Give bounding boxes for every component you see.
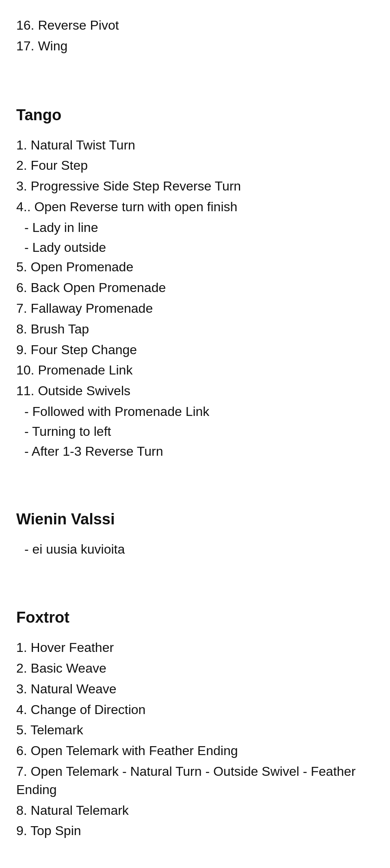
page-content: 16. Reverse Pivot 17. Wing Tango 1. Natu… — [16, 16, 374, 868]
list-sub-item: - Followed with Promenade Link — [24, 403, 374, 421]
list-sub-item: - Lady outside — [24, 238, 374, 257]
list-item: 9. Top Spin — [16, 822, 374, 840]
list-item: 4. Change of Direction — [16, 701, 374, 719]
intro-section: 16. Reverse Pivot 17. Wing — [16, 16, 374, 55]
list-item: 8. Brush Tap — [16, 320, 374, 338]
list-item: 11. Outside Swivels — [16, 382, 374, 400]
list-item: 2. Basic Weave — [16, 659, 374, 678]
list-item: 7. Open Telemark - Natural Turn - Outsid… — [16, 762, 374, 799]
list-sub-item: - ei uusia kuvioita — [24, 540, 374, 558]
list-item: 16. Reverse Pivot — [16, 16, 374, 35]
list-item: 9. Four Step Change — [16, 341, 374, 359]
wienin-valssi-header: Wienin Valssi — [16, 511, 374, 528]
list-item: 6. Open Telemark with Feather Ending — [16, 742, 374, 760]
foxtrot-section: Foxtrot 1. Hover Feather 2. Basic Weave … — [16, 609, 374, 840]
foxtrot-header: Foxtrot — [16, 609, 374, 626]
list-item: 4.. Open Reverse turn with open finish — [16, 198, 374, 216]
tango-section: Tango 1. Natural Twist Turn 2. Four Step… — [16, 106, 374, 461]
list-item: 3. Natural Weave — [16, 680, 374, 698]
list-item: 17. Wing — [16, 37, 374, 55]
list-item: 7. Fallaway Promenade — [16, 299, 374, 318]
list-sub-item: - Lady in line — [24, 219, 374, 237]
list-sub-item: - Turning to left — [24, 422, 374, 441]
list-item: 10. Promenade Link — [16, 361, 374, 379]
list-item: 1. Natural Twist Turn — [16, 136, 374, 154]
tango-header: Tango — [16, 106, 374, 124]
list-item: 2. Four Step — [16, 156, 374, 175]
list-item: 6. Back Open Promenade — [16, 279, 374, 297]
list-item: 1. Hover Feather — [16, 639, 374, 657]
list-item: 5. Open Promenade — [16, 258, 374, 276]
list-item: 3. Progressive Side Step Reverse Turn — [16, 177, 374, 195]
wienin-valssi-section: Wienin Valssi - ei uusia kuvioita — [16, 511, 374, 558]
list-sub-item: - After 1-3 Reverse Turn — [24, 442, 374, 461]
list-item: 8. Natural Telemark — [16, 801, 374, 820]
list-item: 5. Telemark — [16, 721, 374, 739]
